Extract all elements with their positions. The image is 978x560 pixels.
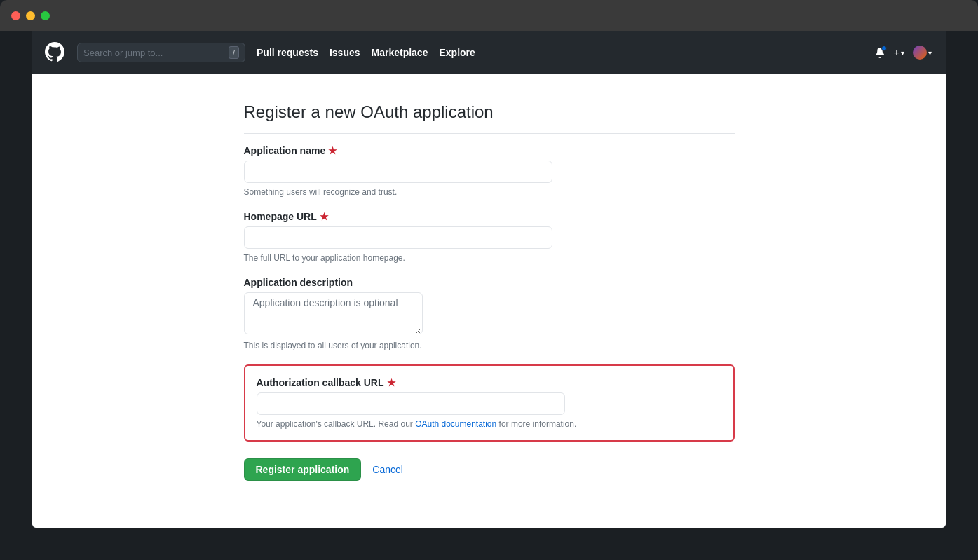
window-chrome bbox=[0, 0, 978, 31]
nav-links: Pull requests Issues Marketplace Explore bbox=[257, 47, 860, 58]
maximize-button[interactable] bbox=[41, 11, 50, 20]
minimize-button[interactable] bbox=[26, 11, 35, 20]
app-name-group: Application name★ Something users will r… bbox=[244, 145, 735, 197]
app-description-label: Application description bbox=[244, 277, 735, 288]
form-container: Register a new OAuth application Applica… bbox=[230, 102, 749, 500]
callback-url-label: Authorization callback URL★ bbox=[257, 377, 722, 388]
navbar: / Pull requests Issues Marketplace Explo… bbox=[32, 31, 946, 74]
homepage-url-hint: The full URL to your application homepag… bbox=[244, 253, 735, 263]
nav-link-explore[interactable]: Explore bbox=[439, 47, 475, 58]
homepage-url-group: Homepage URL★ The full URL to your appli… bbox=[244, 211, 735, 263]
chevron-down-icon: ▾ bbox=[901, 49, 904, 57]
nav-link-marketplace[interactable]: Marketplace bbox=[372, 47, 428, 58]
create-new-button[interactable]: + ▾ bbox=[891, 44, 907, 61]
user-menu-button[interactable]: ▾ bbox=[910, 43, 935, 62]
app-description-hint: This is displayed to all users of your a… bbox=[244, 341, 735, 350]
homepage-url-input[interactable] bbox=[244, 226, 552, 249]
nav-link-pull-requests[interactable]: Pull requests bbox=[257, 47, 318, 58]
search-input[interactable] bbox=[83, 48, 223, 58]
plus-icon: + bbox=[894, 47, 899, 58]
search-box[interactable]: / bbox=[77, 43, 245, 62]
oauth-docs-link[interactable]: OAuth documentation bbox=[415, 419, 496, 429]
callback-url-section: Authorization callback URL★ Your applica… bbox=[244, 364, 735, 442]
app-name-input[interactable] bbox=[244, 161, 552, 183]
notifications-button[interactable] bbox=[871, 44, 888, 61]
nav-actions: + ▾ ▾ bbox=[871, 43, 935, 62]
app-name-label: Application name★ bbox=[244, 145, 735, 156]
required-star-3: ★ bbox=[387, 377, 396, 388]
app-description-textarea[interactable] bbox=[244, 292, 423, 334]
page-title: Register a new OAuth application bbox=[244, 102, 735, 134]
close-button[interactable] bbox=[11, 11, 20, 20]
notification-dot bbox=[881, 46, 887, 51]
search-kbd: / bbox=[229, 46, 239, 59]
avatar-chevron-icon: ▾ bbox=[928, 49, 932, 57]
nav-link-issues[interactable]: Issues bbox=[330, 47, 360, 58]
github-logo[interactable] bbox=[43, 41, 66, 65]
homepage-url-label: Homepage URL★ bbox=[244, 211, 735, 222]
avatar bbox=[913, 46, 927, 60]
required-star: ★ bbox=[328, 145, 337, 156]
register-application-button[interactable]: Register application bbox=[244, 458, 362, 481]
callback-url-input[interactable] bbox=[257, 392, 565, 415]
cancel-button[interactable]: Cancel bbox=[372, 460, 403, 479]
app-name-hint: Something users will recognize and trust… bbox=[244, 187, 735, 197]
form-actions: Register application Cancel bbox=[244, 458, 735, 481]
required-star-2: ★ bbox=[320, 211, 329, 222]
app-description-group: Application description This is displaye… bbox=[244, 277, 735, 350]
callback-url-hint: Your application's callback URL. Read ou… bbox=[257, 419, 722, 429]
main-content: Register a new OAuth application Applica… bbox=[32, 74, 946, 528]
